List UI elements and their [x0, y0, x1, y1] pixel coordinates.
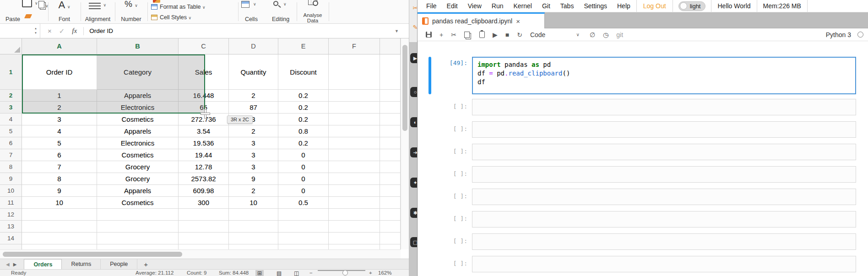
cell[interactable]: Electronics [97, 102, 179, 114]
cell[interactable]: 1 [22, 90, 97, 102]
cell[interactable] [329, 173, 380, 185]
cell[interactable] [97, 233, 179, 244]
menu-file[interactable]: File [426, 2, 437, 10]
cell[interactable] [380, 125, 401, 137]
cell[interactable]: 0.8 [278, 125, 329, 137]
cell[interactable] [179, 209, 229, 221]
normal-view-icon[interactable]: ⊞ [255, 270, 264, 276]
vertical-scrollbar[interactable] [401, 38, 409, 249]
cell[interactable]: 10 [22, 197, 97, 209]
ribbon-group-editing[interactable]: ∨ Editing [265, 0, 297, 24]
copy-icon[interactable] [38, 1, 44, 8]
cell[interactable]: 0 [278, 173, 329, 185]
chevron-down-icon[interactable]: ∨ [253, 2, 256, 6]
zoom-out-button[interactable]: − [309, 270, 313, 276]
cell[interactable]: 4 [22, 125, 97, 137]
scissors-icon[interactable]: ✂ [410, 3, 418, 13]
ribbon-group-cells[interactable]: ∨ Cells [238, 0, 265, 24]
horizontal-scrollbar-thumb[interactable] [3, 252, 182, 257]
row-header-2[interactable]: 2 [0, 90, 22, 102]
close-icon[interactable]: × [516, 17, 520, 25]
row-header-14[interactable]: 14 [0, 233, 22, 244]
row-header-11[interactable]: 11 [0, 197, 22, 209]
conditional-formatting-icon[interactable] [153, 0, 160, 3]
row-header-15[interactable] [0, 244, 22, 249]
row-header-5[interactable]: 5 [0, 125, 22, 137]
cell[interactable] [380, 233, 401, 244]
row-header-9[interactable]: 9 [0, 173, 22, 185]
cell[interactable]: Discount [278, 54, 329, 90]
cell[interactable] [329, 90, 380, 102]
cell[interactable]: 0 [278, 185, 329, 197]
select-all-corner[interactable] [0, 38, 22, 54]
cell[interactable]: 6 [22, 149, 97, 161]
cell[interactable]: Cosmetics [97, 149, 179, 161]
cell[interactable]: 2 [229, 125, 278, 137]
paste-icon[interactable] [479, 31, 485, 38]
ribbon-group-alignment[interactable]: ∨ Alignment [81, 0, 115, 24]
cell[interactable]: 2573.82 [179, 173, 229, 185]
cell-type-select[interactable]: Code ∨ [530, 31, 580, 38]
menu-run[interactable]: Run [492, 2, 504, 10]
cell[interactable] [329, 185, 380, 197]
cell[interactable]: 0.5 [278, 197, 329, 209]
name-box[interactable]: ▲▼ [0, 24, 40, 38]
code-line[interactable]: df [477, 78, 851, 87]
zoom-slider[interactable] [318, 270, 365, 271]
logout-button[interactable]: Log Out [643, 2, 666, 10]
add-cell-icon[interactable]: + [439, 31, 443, 38]
cell[interactable] [22, 244, 97, 249]
hello-world-item[interactable]: Hello World [717, 2, 750, 10]
spark-icon[interactable]: ✦ [410, 178, 418, 188]
zoom-level[interactable]: 162% [378, 270, 391, 276]
cell[interactable] [229, 233, 278, 244]
cell[interactable] [380, 102, 401, 114]
cell[interactable] [380, 244, 401, 249]
row-header-10[interactable]: 10 [0, 185, 22, 197]
cell[interactable] [380, 54, 401, 90]
cell[interactable]: 3 [229, 161, 278, 173]
cell[interactable]: Apparels [97, 125, 179, 137]
empty-code-cell[interactable] [472, 211, 856, 227]
ribbon-group-analyse-data[interactable]: Analyse Data [297, 0, 329, 24]
cell[interactable]: 3 [229, 149, 278, 161]
theme-toggle[interactable]: light [678, 1, 706, 11]
cell[interactable] [229, 221, 278, 233]
cell[interactable]: 2 [22, 102, 97, 114]
cell[interactable]: Cosmetics [97, 197, 179, 209]
cell[interactable] [380, 221, 401, 233]
column-header-C[interactable]: C [179, 38, 229, 54]
format-as-table-button[interactable]: Format as Table ∨ [151, 4, 205, 10]
spreadsheet-grid[interactable]: ABCDEF1Order IDCategorySalesQuantityDisc… [0, 38, 401, 249]
vertical-scrollbar-thumb[interactable] [402, 45, 407, 131]
play-icon[interactable]: ▶ [410, 53, 418, 63]
notebook-area[interactable]: [49]: import pandas as pddf = pd.read_cl… [418, 41, 868, 276]
copy-icon[interactable] [464, 32, 470, 38]
cell[interactable] [329, 137, 380, 149]
cell[interactable] [380, 185, 401, 197]
clock-icon[interactable]: ◷ [603, 31, 608, 38]
zoom-slider-knob[interactable] [342, 270, 348, 276]
cell[interactable] [380, 90, 401, 102]
cell[interactable] [97, 209, 179, 221]
cell[interactable]: Electronics [97, 137, 179, 149]
page-break-view-icon[interactable]: ◫ [292, 270, 301, 276]
sheet-tab-people[interactable]: People [101, 259, 137, 269]
window-icon[interactable]: ▢ [410, 237, 418, 247]
sheet-tab-returns[interactable]: Returns [62, 259, 101, 269]
paste-icon[interactable] [22, 0, 32, 7]
chevron-down-icon[interactable]: ∨ [103, 3, 107, 7]
cell[interactable]: 10 [229, 197, 278, 209]
pencil-icon[interactable]: ✎ [410, 22, 418, 32]
menu-view[interactable]: View [468, 2, 482, 10]
cell[interactable] [329, 102, 380, 114]
cell[interactable] [179, 221, 229, 233]
empty-code-cell[interactable] [472, 166, 856, 183]
empty-code-cell[interactable] [472, 144, 856, 160]
row-header-7[interactable]: 7 [0, 149, 22, 161]
cell[interactable] [380, 149, 401, 161]
cell[interactable] [329, 161, 380, 173]
cell[interactable]: 0 [278, 161, 329, 173]
cell[interactable] [329, 114, 380, 125]
cell[interactable] [329, 197, 380, 209]
